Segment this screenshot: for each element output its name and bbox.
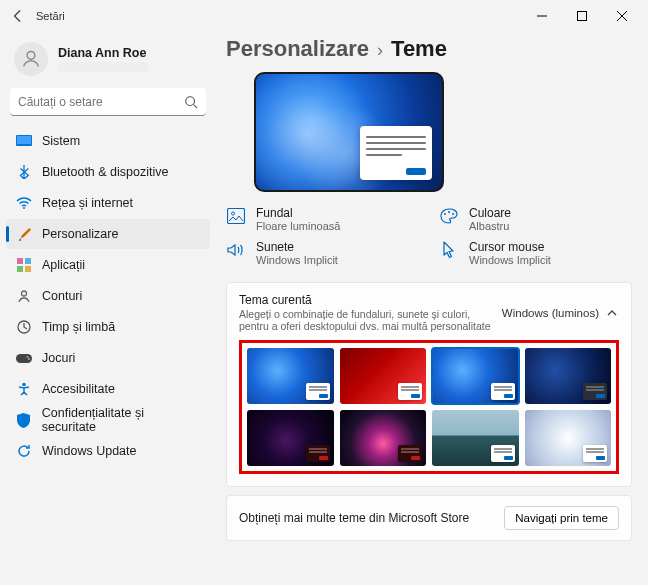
svg-point-18 [444,213,446,215]
palette-icon [439,206,459,226]
arrow-left-icon [11,9,25,23]
shield-icon [16,412,32,428]
svg-point-14 [28,358,30,360]
store-footer: Obțineți mai multe teme din Microsoft St… [226,495,632,541]
svg-point-5 [23,207,25,209]
theme-option-7[interactable] [432,410,519,466]
search-icon [184,95,198,109]
avatar-icon [14,42,48,76]
prop-color[interactable]: CuloareAlbastru [439,204,632,234]
theme-option-5[interactable] [247,410,334,466]
theme-option-6[interactable] [340,410,427,466]
nav-personalization[interactable]: Personalizare [6,219,210,249]
svg-rect-9 [25,266,31,272]
update-icon [16,443,32,459]
svg-rect-0 [578,12,587,21]
svg-rect-4 [17,136,31,144]
prop-cursor[interactable]: Cursor mouseWindows Implicit [439,238,632,268]
breadcrumb-parent[interactable]: Personalizare [226,36,369,62]
close-button[interactable] [602,2,642,30]
profile[interactable]: Diana Ann Roe [6,36,210,86]
main-content: Personalizare › Teme FundalFloare lumino… [216,32,648,585]
game-icon [16,350,32,366]
back-button[interactable] [6,4,30,28]
nav-gaming[interactable]: Jocuri [6,343,210,373]
theme-option-4[interactable] [525,348,612,404]
nav-bluetooth[interactable]: Bluetooth & dispozitive [6,157,210,187]
svg-point-15 [22,383,26,387]
nav-network[interactable]: Rețea și internet [6,188,210,218]
minimize-icon [537,11,547,21]
clock-icon [16,319,32,335]
chevron-up-icon [605,306,619,320]
nav-time[interactable]: Timp și limbă [6,312,210,342]
current-theme-title: Tema curentă [239,293,502,307]
svg-rect-6 [17,258,23,264]
nav-update[interactable]: Windows Update [6,436,210,466]
nav-list: Sistem Bluetooth & dispozitive Rețea și … [6,126,210,466]
theme-option-3[interactable] [432,348,519,404]
store-text: Obțineți mai multe teme din Microsoft St… [239,511,504,525]
nav-privacy[interactable]: Confidențialitate și securitate [6,405,210,435]
svg-point-1 [27,51,35,59]
user-name: Diana Ann Roe [58,46,148,60]
current-theme-value: Windows (luminos) [502,307,599,319]
accessibility-icon [16,381,32,397]
theme-grid [239,340,619,474]
search-box[interactable] [10,88,206,116]
nav-accessibility[interactable]: Accesibilitate [6,374,210,404]
theme-option-2[interactable] [340,348,427,404]
preview-window-icon [360,126,432,180]
theme-option-8[interactable] [525,410,612,466]
svg-point-13 [27,356,29,358]
speaker-icon [226,240,246,260]
breadcrumb: Personalizare › Teme [226,36,632,62]
svg-rect-8 [17,266,23,272]
paintbrush-icon [16,226,32,242]
wifi-icon [16,195,32,211]
picture-icon [226,206,246,226]
svg-point-17 [232,212,235,215]
sidebar: Diana Ann Roe Sistem Bluetooth & dispozi… [0,32,216,585]
title-bar: Setări [0,0,648,32]
nav-apps[interactable]: Aplicații [6,250,210,280]
theme-preview [254,72,444,192]
nav-system[interactable]: Sistem [6,126,210,156]
maximize-icon [577,11,587,21]
svg-point-20 [452,213,454,215]
svg-point-19 [448,211,450,213]
bluetooth-icon [16,164,32,180]
theme-option-1[interactable] [247,348,334,404]
chevron-right-icon: › [377,40,383,61]
svg-point-2 [186,96,195,105]
nav-accounts[interactable]: Conturi [6,281,210,311]
minimize-button[interactable] [522,2,562,30]
display-icon [16,133,32,149]
maximize-button[interactable] [562,2,602,30]
page-title: Teme [391,36,447,62]
current-theme-subtitle: Alegeți o combinație de fundaluri, sunet… [239,308,499,332]
person-icon [16,288,32,304]
close-icon [617,11,627,21]
prop-sounds[interactable]: SuneteWindows Implicit [226,238,419,268]
cursor-icon [439,240,459,260]
svg-rect-7 [25,258,31,264]
user-email-placeholder [58,62,148,72]
apps-icon [16,257,32,273]
current-theme-panel: Tema curentă Alegeți o combinație de fun… [226,282,632,487]
prop-background[interactable]: FundalFloare luminoasă [226,204,419,234]
theme-properties: FundalFloare luminoasă CuloareAlbastru S… [226,204,632,268]
search-input[interactable] [18,95,184,109]
browse-themes-button[interactable]: Navigați prin teme [504,506,619,530]
svg-point-10 [22,291,27,296]
current-theme-header[interactable]: Tema curentă Alegeți o combinație de fun… [239,293,619,332]
window-title: Setări [36,10,65,22]
svg-rect-16 [228,209,245,224]
